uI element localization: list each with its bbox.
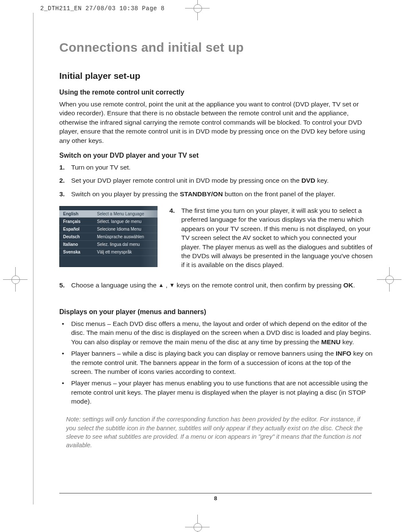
menu-row: EspañolSelecione Idioma Menu (59, 226, 158, 233)
page-footer: 8 (59, 493, 372, 501)
subheading-remote: Using the remote control unit correctly (59, 89, 373, 96)
up-arrow-icon: ▲ (158, 282, 164, 288)
menu-row: FrançaisSélect. langue de menu (59, 218, 158, 226)
registration-mark-icon (385, 275, 394, 284)
steps-list-cont: 5. Choose a language using the ▲ , ▼ key… (59, 281, 373, 290)
step-number: 2. (59, 176, 71, 185)
language-menu-screenshot: EnglishSelect a Menu Language FrançaisSé… (59, 206, 158, 267)
registration-mark-icon (193, 3, 202, 13)
registration-mark-icon (193, 522, 202, 532)
step-4-row: EnglishSelect a Menu Language FrançaisSé… (59, 206, 373, 270)
step-3: 3. Switch on you player by pressing the … (59, 189, 373, 198)
step-number: 1. (59, 163, 71, 172)
subheading-displays: Displays on your player (menus and banne… (59, 308, 373, 316)
menu-row: SvenskaVälj ett menyspråk (59, 248, 158, 256)
content-area: Connections and initial set up Initial p… (59, 40, 373, 456)
subheading-switch-on: Switch on your DVD player and your TV se… (59, 152, 373, 159)
step-text: Set your DVD player remote control unit … (71, 176, 373, 185)
page-title: Connections and initial set up (59, 40, 373, 55)
page: 2_DTH211_EN 27/08/03 10:38 Page 8 Connec… (0, 0, 404, 532)
down-arrow-icon: ▼ (169, 282, 175, 288)
page-number: 8 (214, 495, 217, 501)
registration-mark-icon (11, 275, 20, 284)
bullet-item: Player banners – while a disc is playing… (59, 349, 373, 376)
language-menu-table: EnglishSelect a Menu Language FrançaisSé… (59, 210, 158, 256)
step-text: Switch on you player by pressing the STA… (71, 189, 373, 198)
menu-row: ItalianoSelez. lingua dal menu (59, 241, 158, 248)
section-heading: Initial player set-up (59, 71, 373, 81)
step-text: Choose a language using the ▲ , ▼ keys o… (71, 281, 373, 290)
prepress-header: 2_DTH211_EN 27/08/03 10:38 Page 8 (40, 5, 165, 12)
paragraph: When you use remote control, point the u… (59, 100, 373, 145)
menu-row-selected: EnglishSelect a Menu Language (59, 210, 158, 218)
note-text: Note: settings will only function if the… (66, 415, 369, 449)
steps-list: 1. Turn on your TV set. 2. Set your DVD … (59, 163, 373, 198)
bullet-item: Disc menus – Each DVD disc offers a menu… (59, 319, 373, 346)
step-number: 5. (59, 281, 71, 290)
step-text: Turn on your TV set. (71, 163, 373, 172)
menu-row: DeutschMenüsprache auswählen (59, 233, 158, 241)
step-2: 2. Set your DVD player remote control un… (59, 176, 373, 185)
bullet-list: Disc menus – Each DVD disc offers a menu… (59, 319, 373, 406)
step-number: 3. (59, 189, 71, 198)
step-text: The first time you turn on your player, … (181, 206, 373, 270)
step-5: 5. Choose a language using the ▲ , ▼ key… (59, 281, 373, 290)
crop-line (33, 13, 33, 504)
step-1: 1. Turn on your TV set. (59, 163, 373, 172)
step-number: 4. (169, 206, 181, 270)
step-4: 4. The first time you turn on your playe… (169, 206, 373, 270)
bullet-item: Player menus – your player has menus ena… (59, 379, 373, 406)
